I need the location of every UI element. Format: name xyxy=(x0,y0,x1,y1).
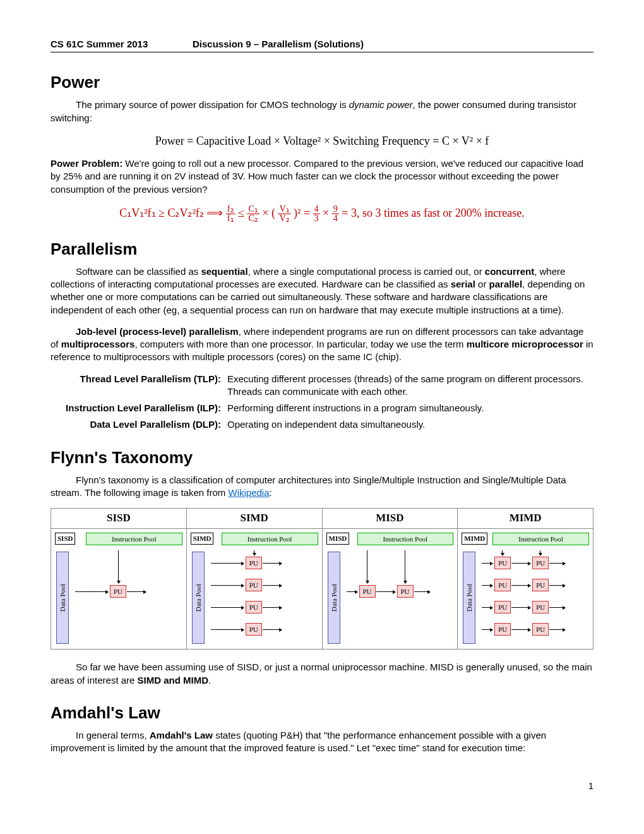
instruction-pool: Instruction Pool xyxy=(222,533,318,545)
bold: sequential xyxy=(201,266,247,277)
arrow-icon xyxy=(549,629,565,630)
arrow-icon xyxy=(482,629,492,630)
arrow-icon xyxy=(549,585,565,586)
arrow-icon xyxy=(482,585,492,586)
text: In general terms, xyxy=(76,730,150,740)
flynn-after: So far we have been assuming use of SISD… xyxy=(51,661,593,687)
pu-box: PU xyxy=(397,585,414,598)
arrow-icon xyxy=(540,550,540,555)
page-header: CS 61C Summer 2013 Discussion 9 – Parall… xyxy=(51,38,593,52)
pu-box: PU xyxy=(359,585,376,598)
arrow-icon xyxy=(414,591,430,592)
bold: Job-level (process-level) parallelism xyxy=(76,326,239,337)
tag: MISD xyxy=(326,533,350,545)
amdahl-p1: In general terms, Amdahl's Law states (q… xyxy=(51,729,593,755)
arrow-icon xyxy=(502,550,503,555)
arrow-icon xyxy=(263,607,282,608)
instruction-pool: Instruction Pool xyxy=(357,533,454,545)
flynn-title-mimd: MIMD xyxy=(458,509,593,528)
pu-box: PU xyxy=(110,585,126,598)
arrow-icon xyxy=(211,607,244,608)
flynn-diagram: SISD SIMD MISD MIMD SISD Instruction Poo… xyxy=(51,508,593,650)
numerator: f₂ xyxy=(226,205,236,214)
flynn-title-row: SISD SIMD MISD MIMD xyxy=(51,509,593,529)
power-answer: C₁V₁²f₁ ≥ C₂V₂²f₂ ⟹ f₂ f₁ ≤ C₁ C₂ × ( V₁… xyxy=(51,205,593,223)
text: × xyxy=(323,207,332,219)
numerator: 4 xyxy=(313,205,320,214)
arrow-icon xyxy=(254,550,254,555)
arrow-icon xyxy=(376,591,395,592)
pu-box: PU xyxy=(532,557,549,569)
bold: concurrent xyxy=(485,266,534,277)
arrow-icon xyxy=(211,585,244,586)
text: × ( xyxy=(262,207,275,219)
label: Power Problem: xyxy=(51,158,122,169)
numerator: C₁ xyxy=(247,205,259,214)
section-heading-flynn: Flynn's Taxonomy xyxy=(51,447,593,469)
wikipedia-link[interactable]: Wikipedia xyxy=(229,487,270,498)
pu-box: PU xyxy=(494,557,511,569)
data-pool: Data Pool xyxy=(56,552,69,644)
flynn-title-simd: SIMD xyxy=(187,509,323,528)
text: The primary source of power dissipation … xyxy=(76,99,349,110)
pu-box: PU xyxy=(246,579,262,591)
text: , where a single computational process i… xyxy=(248,266,485,277)
pu-area: PU PU PU PU PU PU PU PU xyxy=(482,550,588,644)
pu-box: PU xyxy=(532,579,549,591)
instruction-pool: Instruction Pool xyxy=(86,533,182,545)
def-text: Performing different instructions in a p… xyxy=(227,402,593,414)
text: or xyxy=(475,279,489,289)
arrow-icon xyxy=(211,629,244,630)
flynn-title-misd: MISD xyxy=(323,509,458,528)
bold: multiprocessors xyxy=(61,339,135,349)
pu-area: PU PU xyxy=(347,550,453,644)
bold: parallel xyxy=(489,279,523,289)
pu-box: PU xyxy=(494,623,511,636)
tag: MIMD xyxy=(462,533,487,545)
page-number: 1 xyxy=(51,780,593,792)
numerator: V₁ xyxy=(278,205,290,214)
denominator: V₂ xyxy=(278,214,290,223)
bold: multicore microprocessor xyxy=(467,339,583,349)
arrow-icon xyxy=(549,563,565,564)
bold: serial xyxy=(451,279,475,289)
numerator: 9 xyxy=(332,205,339,214)
data-pool: Data Pool xyxy=(192,552,205,644)
flynn-cell-simd: SIMD Instruction Pool Data Pool PU PU PU… xyxy=(187,529,323,649)
def-tlp: Thread Level Parallelism (TLP): Executin… xyxy=(51,373,593,399)
arrow-icon xyxy=(263,563,282,564)
text: . xyxy=(208,675,211,686)
power-intro: The primary source of power dissipation … xyxy=(51,99,593,124)
pu-box: PU xyxy=(494,579,511,591)
arrow-icon xyxy=(347,591,357,592)
arrow-icon xyxy=(482,607,492,608)
parallelism-p1: Software can be classified as sequential… xyxy=(51,265,593,317)
flynn-cell-sisd: SISD Instruction Pool Data Pool PU xyxy=(51,529,187,649)
text: )² = xyxy=(294,207,313,219)
arrow-icon xyxy=(511,629,530,630)
arrow-icon xyxy=(211,563,244,564)
text: We're going to roll out a new processor.… xyxy=(51,158,583,195)
bold: SIMD and MIMD xyxy=(138,675,209,686)
text: Flynn's taxonomy is a classification of … xyxy=(51,474,566,498)
arrow-icon xyxy=(405,550,405,583)
power-formula: Power = Capacitive Load × Voltage² × Swi… xyxy=(51,133,593,148)
denominator: 3 xyxy=(313,214,320,223)
section-heading-amdahl: Amdahl's Law xyxy=(51,702,593,724)
text: ≤ xyxy=(238,207,247,219)
def-label: Thread Level Parallelism (TLP): xyxy=(51,373,227,399)
text: , computers with more than one processor… xyxy=(134,339,466,349)
text: So far we have been assuming use of SISD… xyxy=(51,662,592,685)
flynn-cell-mimd: MIMD Instruction Pool Data Pool PU PU PU… xyxy=(458,529,593,649)
def-dlp: Data Level Parallelism (DLP): Operating … xyxy=(51,418,593,431)
flynn-title-sisd: SISD xyxy=(51,509,187,528)
pu-box: PU xyxy=(246,623,262,636)
flynn-body-row: SISD Instruction Pool Data Pool PU SIMD … xyxy=(51,529,593,649)
text: = 3, so 3 times as fast or 200% increase… xyxy=(342,207,525,219)
pu-box: PU xyxy=(532,601,549,613)
def-label: Instruction Level Parallelism (ILP): xyxy=(51,402,227,414)
pu-box: PU xyxy=(246,557,262,569)
bold: Amdahl's Law xyxy=(150,730,213,740)
arrow-icon xyxy=(511,563,530,564)
pu-area: PU xyxy=(75,550,181,644)
